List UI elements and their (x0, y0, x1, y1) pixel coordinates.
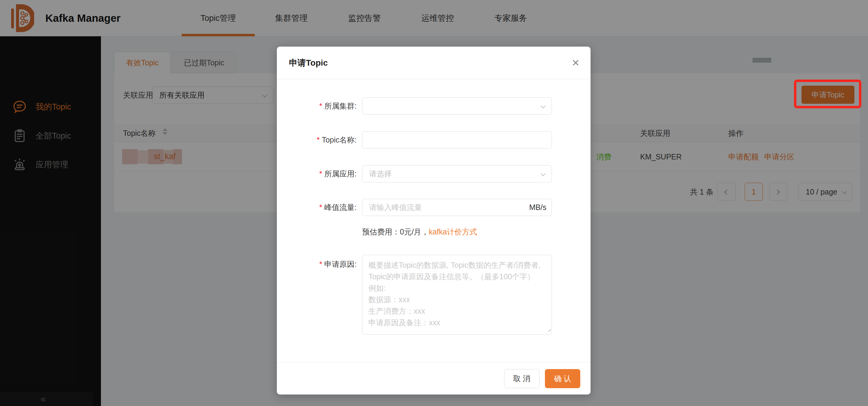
kafka-pricing-link[interactable]: kafka计价方式 (429, 228, 477, 236)
cluster-select[interactable] (362, 97, 552, 115)
annotation-highlight-box (794, 80, 861, 108)
modal-footer-divider (277, 362, 591, 362)
field-label: Topic名称: (277, 131, 356, 149)
topic-name-input[interactable] (362, 131, 552, 149)
field-label: 申请原因: (277, 255, 356, 269)
close-icon[interactable]: ✕ (571, 47, 580, 79)
app-select-placeholder: 请选择 (369, 169, 392, 178)
cost-estimate-prefix: 预估费用：0元/月， (362, 228, 429, 236)
peak-traffic-input[interactable] (362, 199, 552, 216)
confirm-button[interactable]: 确 认 (545, 369, 580, 388)
apply-reason-textarea[interactable] (362, 255, 552, 335)
field-label: 峰值流量: (277, 199, 356, 216)
cost-estimate-text: 预估费用：0元/月，kafka计价方式 (362, 227, 477, 237)
app-select[interactable]: 请选择 (362, 165, 552, 182)
apply-topic-modal: 申请Topic ✕ 所属集群: Topic名称: 所属应用: 请选择 (277, 47, 591, 395)
modal-title: 申请Topic (289, 47, 328, 79)
chevron-down-icon (541, 104, 546, 109)
chevron-down-icon (541, 171, 546, 176)
traffic-unit-suffix: MB/s (529, 199, 547, 216)
modal-header: 申请Topic ✕ (277, 47, 591, 79)
app-root: Kafka Manager Topic管理 集群管理 监控告警 运维管控 专家服… (0, 0, 868, 406)
field-label: 所属集群: (277, 97, 356, 115)
cancel-button[interactable]: 取 消 (504, 369, 539, 388)
field-label: 所属应用: (277, 165, 356, 182)
